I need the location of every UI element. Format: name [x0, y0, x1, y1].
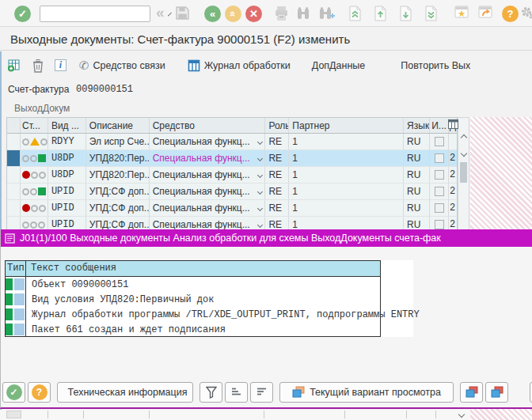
- last-page-button[interactable]: [424, 6, 438, 21]
- details-button[interactable]: i: [55, 59, 66, 71]
- collapse-toolbar-button[interactable]: «: [156, 4, 165, 21]
- change-checkbox[interactable]: [435, 220, 444, 229]
- message-row[interactable]: Объект 0090000151: [5, 277, 413, 292]
- table-row[interactable]: RDYY Эл испр Сче... Специальная функц...…: [7, 134, 457, 150]
- enter-button[interactable]: ✓: [14, 6, 31, 22]
- scroll-down-button[interactable]: [456, 410, 467, 419]
- print-button[interactable]: [274, 6, 289, 21]
- table-row[interactable]: U8DP УПД820:Пер... Специальная функц... …: [7, 167, 457, 184]
- table-row[interactable]: UPID УПД:СФ доп... Специальная функц... …: [7, 184, 457, 200]
- role-cell[interactable]: RE: [265, 167, 289, 183]
- header-medium[interactable]: Средство: [150, 118, 266, 133]
- command-field[interactable]: [40, 7, 169, 21]
- save-button[interactable]: [175, 6, 190, 21]
- sort-ascending-button[interactable]: [225, 382, 248, 403]
- message-row[interactable]: Пакет 661 создан и ждет подписания: [5, 322, 413, 337]
- dialog-titlebar[interactable]: J01(1)/100 Выходные документы Анализ обр…: [1, 229, 532, 247]
- partner-cell[interactable]: 1: [289, 167, 404, 183]
- page-up-button[interactable]: [374, 6, 387, 21]
- language-cell[interactable]: RU: [404, 134, 430, 149]
- scroll-up-button[interactable]: [459, 132, 468, 143]
- header-vid[interactable]: Вид ...: [48, 118, 86, 133]
- change-checkbox[interactable]: [435, 187, 444, 196]
- role-cell[interactable]: RE: [265, 150, 289, 166]
- description-cell[interactable]: УПД:СФ доп...: [86, 184, 150, 199]
- partner-cell[interactable]: 1: [289, 134, 404, 149]
- change-checkbox[interactable]: [435, 203, 444, 213]
- row-selector[interactable]: [7, 200, 21, 216]
- sort-descending-button[interactable]: [250, 382, 273, 403]
- filter-button[interactable]: [200, 382, 222, 403]
- description-cell[interactable]: УПД820:Пер...: [86, 150, 150, 166]
- table-row[interactable]: UPID УПД:СФ доп... Специальная функц... …: [7, 200, 457, 217]
- repeat-output-button[interactable]: Повторить Вых: [401, 60, 470, 71]
- exit-button[interactable]: «: [225, 6, 241, 22]
- processing-log-button[interactable]: Журнал обработки: [188, 59, 291, 72]
- description-cell[interactable]: УПД:СФ доп...: [86, 200, 150, 216]
- change-checkbox[interactable]: [435, 137, 444, 146]
- language-cell[interactable]: RU: [404, 150, 430, 166]
- message-row[interactable]: Журнал обработки программы /TRL/XDE_OUTP…: [5, 307, 413, 322]
- role-cell[interactable]: RE: [265, 134, 289, 149]
- partner-cell[interactable]: 1: [289, 200, 404, 216]
- message-row[interactable]: Вид условия УПД820:Первичный док: [5, 292, 413, 307]
- first-page-button[interactable]: [348, 6, 362, 21]
- table-settings-button[interactable]: [448, 119, 458, 131]
- hscrollbar-thumb[interactable]: [6, 411, 21, 418]
- save-variant-button[interactable]: [485, 382, 508, 403]
- vid-cell[interactable]: UPID: [48, 184, 86, 199]
- partner-cell[interactable]: 1: [289, 150, 404, 166]
- change-checkbox[interactable]: [435, 170, 444, 180]
- vid-cell[interactable]: U8DP: [48, 167, 86, 183]
- cancel-button[interactable]: ✕: [245, 6, 262, 22]
- description-cell[interactable]: УПД820:Пер...: [86, 167, 150, 183]
- medium-select[interactable]: Специальная функц...: [150, 184, 266, 199]
- medium-select[interactable]: Специальная функц...: [150, 167, 266, 183]
- row-selector[interactable]: [7, 184, 21, 199]
- current-display-variant-button[interactable]: Текущий вариант просмотра: [279, 382, 454, 403]
- help-button[interactable]: ?: [502, 6, 519, 22]
- language-cell[interactable]: RU: [404, 167, 430, 183]
- description-cell[interactable]: Эл испр Сче...: [86, 134, 150, 149]
- table-row[interactable]: U8DP УПД820:Пер... Специальная функц... …: [7, 150, 457, 167]
- scroll-down-button[interactable]: [459, 148, 468, 159]
- find-button[interactable]: [296, 6, 310, 21]
- vid-cell[interactable]: RDYY: [48, 134, 86, 149]
- role-cell[interactable]: RE: [265, 184, 289, 199]
- help-button[interactable]: ?: [28, 382, 51, 403]
- find-next-button[interactable]: [318, 6, 336, 21]
- delete-button[interactable]: [32, 59, 44, 73]
- change-checkbox[interactable]: [435, 153, 444, 163]
- medium-select[interactable]: Специальная функц...: [150, 200, 266, 216]
- row-selector[interactable]: [7, 150, 21, 166]
- page-down-button[interactable]: [399, 6, 412, 21]
- language-cell[interactable]: RU: [404, 200, 430, 216]
- back-button[interactable]: «: [204, 6, 221, 22]
- row-selector[interactable]: [7, 167, 21, 183]
- header-description[interactable]: Описание: [86, 118, 150, 133]
- header-role[interactable]: Роль: [265, 118, 289, 133]
- shortcut-button[interactable]: [478, 6, 493, 19]
- technical-info-button[interactable]: Техническая информация: [57, 382, 193, 403]
- customize-layout-button[interactable]: [521, 6, 532, 21]
- header-status[interactable]: Ст...: [21, 118, 48, 133]
- header-change[interactable]: И...: [430, 118, 449, 133]
- vid-cell[interactable]: U8DP: [48, 150, 86, 166]
- header-language[interactable]: Язык: [404, 118, 430, 133]
- header-partner[interactable]: Партнер: [289, 118, 404, 133]
- additional-data-button[interactable]: ДопДанные: [312, 60, 366, 71]
- vid-cell[interactable]: UPID: [48, 200, 86, 216]
- partner-cell[interactable]: 1: [289, 184, 404, 199]
- create-output-button[interactable]: [7, 59, 21, 72]
- medium-select[interactable]: Специальная функц...: [150, 150, 266, 166]
- continue-button[interactable]: ✓: [2, 382, 25, 403]
- new-session-button[interactable]: [454, 6, 469, 19]
- language-cell[interactable]: RU: [404, 184, 430, 199]
- change-cell: [430, 200, 449, 216]
- communication-method-button[interactable]: ✆ Средство связи: [79, 59, 165, 73]
- role-cell[interactable]: RE: [265, 200, 289, 216]
- row-selector[interactable]: [7, 134, 21, 149]
- choose-variant-button[interactable]: [460, 382, 483, 403]
- scrollbar-thumb[interactable]: [460, 162, 467, 183]
- medium-select[interactable]: Специальная функц...: [150, 134, 266, 149]
